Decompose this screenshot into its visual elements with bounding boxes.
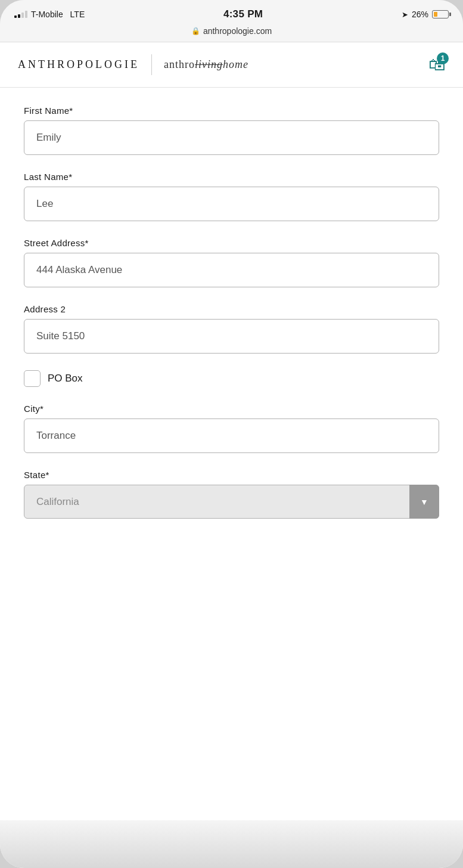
carrier-text: T-Mobile xyxy=(31,10,63,19)
address2-group: Address 2 xyxy=(24,304,439,354)
brand-home: home xyxy=(223,58,248,70)
po-box-label: PO Box xyxy=(48,373,83,385)
battery-percent-text: 26% xyxy=(412,10,428,19)
city-input[interactable] xyxy=(24,418,439,453)
signal-icon xyxy=(14,11,27,18)
street-address-label: Street Address* xyxy=(24,238,439,248)
status-bar: T-Mobile LTE 4:35 PM ➤ 26% xyxy=(0,0,463,24)
po-box-row: PO Box xyxy=(24,370,439,387)
brand-anthro: anthro xyxy=(164,58,195,70)
brand-main-logo: ANTHROPOLOGIE xyxy=(18,58,139,71)
last-name-label: Last Name* xyxy=(24,172,439,182)
network-text: LTE xyxy=(70,10,85,19)
battery-info: ➤ 26% xyxy=(402,10,449,19)
address2-label: Address 2 xyxy=(24,304,439,314)
url-text: anthropologie.com xyxy=(203,26,272,36)
lock-icon: 🔒 xyxy=(191,27,200,35)
main-content: ANTHROPOLOGIE anthrolivinghome 🛍 1 First… xyxy=(0,42,463,868)
city-group: City* xyxy=(24,404,439,453)
state-group: State* California Alabama Alaska Arizona… xyxy=(24,470,439,519)
brand-container: ANTHROPOLOGIE anthrolivinghome xyxy=(18,54,248,75)
first-name-label: First Name* xyxy=(24,106,439,116)
cart-badge: 1 xyxy=(437,52,449,64)
address2-input[interactable] xyxy=(24,319,439,354)
clock: 4:35 PM xyxy=(223,8,263,20)
state-select[interactable]: California Alabama Alaska Arizona New Yo… xyxy=(24,485,439,519)
po-box-checkbox[interactable] xyxy=(24,370,41,387)
street-address-group: Street Address* xyxy=(24,238,439,287)
last-name-input[interactable] xyxy=(24,187,439,221)
url-bar[interactable]: 🔒 anthropologie.com xyxy=(0,24,463,42)
address-form: First Name* Last Name* Street Address* A… xyxy=(0,88,463,820)
nav-header: ANTHROPOLOGIE anthrolivinghome 🛍 1 xyxy=(0,42,463,88)
city-label: City* xyxy=(24,404,439,414)
bottom-fade xyxy=(0,820,463,868)
carrier-info: T-Mobile LTE xyxy=(14,10,85,19)
state-label: State* xyxy=(24,470,439,480)
first-name-input[interactable] xyxy=(24,120,439,155)
brand-sub-logo: anthrolivinghome xyxy=(164,58,248,71)
battery-icon xyxy=(432,10,449,18)
phone-frame: T-Mobile LTE 4:35 PM ➤ 26% 🔒 anthropolog… xyxy=(0,0,463,868)
first-name-group: First Name* xyxy=(24,106,439,155)
cart-button[interactable]: 🛍 1 xyxy=(428,55,445,75)
brand-divider xyxy=(151,54,152,75)
state-select-wrapper: California Alabama Alaska Arizona New Yo… xyxy=(24,485,439,519)
brand-living: living xyxy=(195,58,223,70)
last-name-group: Last Name* xyxy=(24,172,439,221)
street-address-input[interactable] xyxy=(24,253,439,287)
location-icon: ➤ xyxy=(402,10,408,19)
